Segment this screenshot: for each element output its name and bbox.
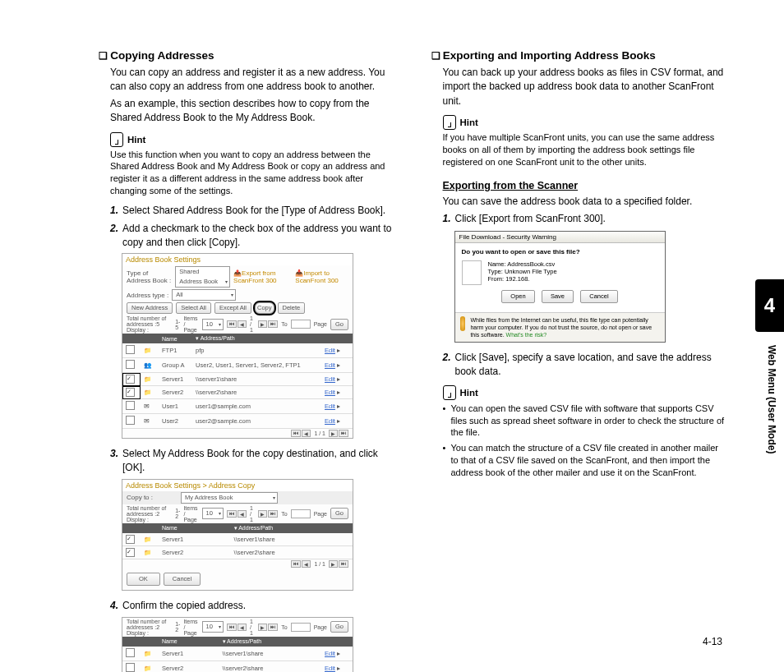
row-check[interactable]: [126, 375, 135, 384]
table-row: 📁Server1\\server1\shareEdit ▸: [122, 647, 353, 661]
total-label: Total number of addresses :5 Display :: [127, 315, 172, 333]
table-row: 📁FTP1pfpEdit ▸: [122, 343, 353, 358]
from-val: 192.168.: [505, 275, 529, 283]
display-range: 1-5: [175, 319, 180, 330]
r-step1: 1.Click [Export from ScanFront 300].: [443, 212, 727, 226]
row-check[interactable]: [126, 388, 135, 397]
row-check[interactable]: [126, 416, 135, 425]
dialog-question: Do you want to open or save this file?: [462, 248, 658, 255]
file-download-dialog: File Download - Security Warning Do you …: [454, 231, 666, 343]
r-step2: 2.Click [Save], specify a save location,…: [443, 351, 727, 379]
row-check[interactable]: [126, 663, 135, 672]
select-all-button[interactable]: Select All: [176, 302, 211, 314]
table-row: 👥Group AUser2, User1, Server1, Server2, …: [122, 358, 353, 373]
warning-text: While files from the Internet can be use…: [470, 317, 652, 338]
bullet-1: You can open the saved CSV file with sof…: [443, 403, 727, 440]
type-select[interactable]: Shared Address Book: [175, 266, 230, 288]
bullet-2: You can match the structure of a CSV fil…: [443, 442, 727, 479]
to-label: To: [281, 321, 287, 327]
step-1: 1.Select Shared Address Book for the [Ty…: [110, 204, 394, 218]
table-row: 📁Server1\\server1\share: [122, 533, 353, 546]
edit-link[interactable]: Edit: [325, 650, 335, 657]
hint-label-r2: Hint: [443, 385, 727, 400]
hint-word: Hint: [460, 117, 478, 127]
intro-text-2: As an example, this section describes ho…: [110, 97, 394, 126]
row-check[interactable]: [126, 401, 135, 410]
from-label: From:: [488, 275, 505, 283]
ui2-title: Address Book Settings > Address Copy: [122, 480, 353, 491]
cancel-button[interactable]: Cancel: [164, 573, 201, 586]
addrtype-select[interactable]: All: [172, 289, 236, 301]
edit-link[interactable]: Edit: [325, 417, 335, 425]
items-sel2[interactable]: 10: [202, 508, 224, 519]
row-check[interactable]: [126, 648, 135, 657]
heading-copying: Copying Addresses: [99, 49, 394, 62]
right-intro: You can back up your address books as fi…: [443, 66, 727, 108]
hint-text: Use this function when you want to copy …: [110, 149, 394, 197]
ui-address-copy: Address Book Settings > Address Copy Cop…: [122, 479, 353, 591]
hint1-text: If you have multiple ScanFront units, yo…: [443, 131, 727, 168]
edit-link[interactable]: Edit: [325, 375, 335, 383]
copy-button[interactable]: Copy: [255, 302, 274, 314]
type-label: Type of Address Book :: [127, 269, 172, 284]
address-table: Name▾ Address/Path 📁FTP1pfpEdit ▸ 👥Group…: [122, 334, 353, 429]
import-link[interactable]: 📥Import to ScanFront 300: [295, 269, 348, 284]
ok-button[interactable]: OK: [127, 573, 160, 586]
pager-nav[interactable]: ⏮◀: [227, 320, 247, 328]
ui-confirm: Total number of addresses :2 Display : 1…: [122, 617, 353, 672]
new-address-button[interactable]: New Address: [127, 302, 173, 314]
go-button3[interactable]: Go: [330, 621, 348, 633]
open-button[interactable]: Open: [501, 290, 534, 303]
ui1-title: Address Book Settings: [122, 254, 353, 265]
rstep2-text: Click [Save], specify a save location, a…: [455, 352, 712, 377]
name-val: AddressBook.csv: [507, 260, 555, 268]
export-link[interactable]: 📤Export from ScanFront 300: [233, 269, 292, 284]
copy-dest-select[interactable]: My Address Book: [181, 492, 278, 504]
cancel-button2[interactable]: Cancel: [580, 290, 617, 303]
items-select[interactable]: 10: [202, 319, 224, 330]
page-input[interactable]: [291, 320, 311, 329]
table-row: 📁Server1\\server1\shareEdit ▸: [122, 373, 353, 386]
copy-to-label: Copy to :: [127, 494, 153, 501]
col-name[interactable]: Name: [159, 334, 192, 343]
pager-nav2[interactable]: ▶⏭: [258, 320, 278, 328]
edit-link[interactable]: Edit: [325, 403, 335, 410]
table-row: 📁Server2\\server2\shareEdit ▸: [122, 660, 353, 672]
edit-link[interactable]: Edit: [325, 361, 335, 369]
risk-link[interactable]: What's the risk?: [506, 332, 547, 338]
page-input2[interactable]: [291, 509, 311, 518]
row-check[interactable]: [126, 345, 135, 354]
confirm-table: Name▾ Address/Path 📁Server1\\server1\sha…: [122, 637, 353, 672]
go-button2[interactable]: Go: [330, 508, 348, 519]
col-addr[interactable]: Address/Path: [201, 335, 235, 341]
items-sel3[interactable]: 10: [202, 621, 224, 633]
step3-text: Select My Address Book for the copy dest…: [122, 448, 378, 473]
row-check[interactable]: [126, 360, 135, 369]
except-all-button[interactable]: Except All: [214, 302, 251, 314]
step-4: 4.Confirm the copied address.: [110, 599, 394, 613]
step1-text: Select Shared Address Book for the [Type…: [122, 205, 385, 216]
row-check[interactable]: [126, 548, 135, 557]
page-input3[interactable]: [291, 623, 311, 632]
page-info: 1 / 1: [250, 315, 255, 333]
row-check[interactable]: [126, 535, 135, 544]
save-button[interactable]: Save: [542, 290, 574, 303]
addrtype-label: Address type :: [127, 292, 168, 299]
go-button[interactable]: Go: [330, 319, 348, 330]
hint-icon: [110, 132, 123, 147]
edit-link[interactable]: Edit: [325, 389, 335, 396]
step2-text: Add a checkmark to the check box of the …: [122, 223, 392, 248]
type-label2: Type:: [488, 268, 503, 275]
side-label: Web Menu (User Mode): [766, 345, 777, 453]
page-number: 4-13: [703, 636, 722, 647]
hint-label-r1: Hint: [443, 115, 727, 130]
edit-link[interactable]: Edit: [325, 665, 335, 672]
page-word: Page: [314, 321, 327, 327]
delete-button[interactable]: Delete: [278, 302, 306, 314]
sub-intro: You can save the address book data to a …: [443, 195, 727, 209]
table-row: 📁Server2\\server2\share: [122, 545, 353, 559]
table-row: ✉User1user1@sample.comEdit ▸: [122, 399, 353, 414]
edit-link[interactable]: Edit: [325, 347, 335, 354]
file-icon: [462, 260, 482, 285]
heading-export: Exporting and Importing Address Books: [431, 49, 727, 62]
